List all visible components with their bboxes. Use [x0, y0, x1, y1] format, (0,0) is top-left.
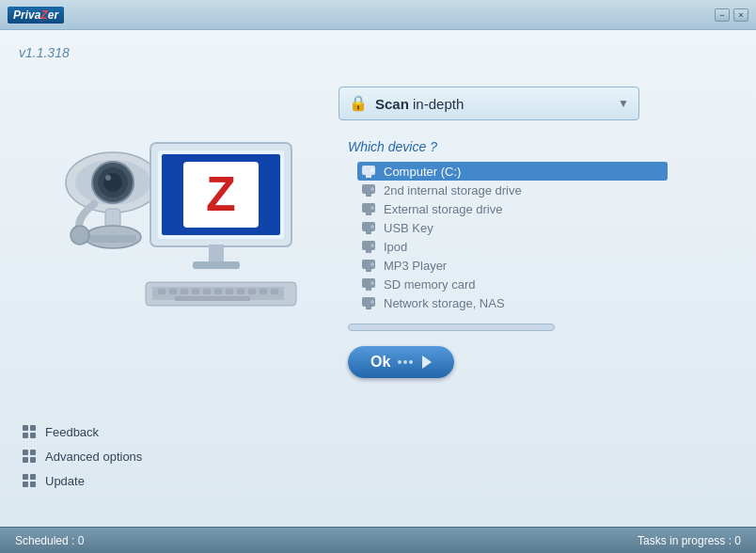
- illustration-area: Z: [28, 105, 291, 369]
- status-bar: Scheduled : 0 Tasks in progress : 0: [0, 527, 756, 553]
- svg-rect-23: [203, 289, 211, 294]
- svg-text:Z: Z: [206, 166, 236, 221]
- svg-rect-27: [248, 289, 256, 294]
- device-item[interactable]: External storage drive: [357, 199, 668, 218]
- menu-item-advanced-options[interactable]: Advanced options: [15, 444, 148, 468]
- svg-rect-16: [193, 261, 240, 269]
- svg-rect-8: [89, 235, 136, 243]
- title-bar-left: PrivaZer: [8, 7, 64, 24]
- scan-dropdown-container: 🔒 Scan in-depth ▼: [339, 87, 668, 120]
- ok-button[interactable]: Ok: [348, 346, 454, 378]
- svg-rect-24: [214, 289, 222, 294]
- drive-icon: [361, 258, 376, 273]
- grid-pattern-icon: [23, 425, 36, 438]
- bottom-menu: FeedbackAdvanced optionsUpdate: [15, 419, 148, 493]
- svg-point-42: [370, 225, 374, 229]
- device-label: External storage drive: [384, 202, 502, 216]
- menu-item-label: Update: [45, 474, 85, 488]
- progress-bar-track: [348, 324, 555, 331]
- grid-pattern-icon: [23, 450, 36, 463]
- scheduled-status: Scheduled : 0: [15, 534, 84, 547]
- device-label: MP3 Player: [384, 259, 447, 273]
- svg-rect-47: [366, 269, 371, 272]
- progress-area: [339, 324, 668, 331]
- scan-dropdown[interactable]: 🔒 Scan in-depth ▼: [339, 87, 639, 120]
- svg-rect-15: [209, 245, 224, 263]
- title-bar: PrivaZer − ×: [0, 0, 756, 30]
- device-list: Computer (C:)2nd internal storage driveE…: [348, 162, 668, 312]
- scan-label: Scan in-depth: [375, 96, 618, 112]
- svg-point-54: [370, 300, 374, 304]
- right-panel: 🔒 Scan in-depth ▼ Which device ? Compute…: [339, 87, 668, 378]
- close-button[interactable]: ×: [733, 8, 748, 22]
- device-item[interactable]: 2nd internal storage drive: [357, 181, 668, 199]
- svg-rect-41: [366, 231, 371, 234]
- ok-button-label: Ok: [370, 354, 390, 371]
- menu-grid-icon: [21, 448, 38, 465]
- device-label: Computer (C:): [384, 165, 461, 179]
- svg-point-45: [370, 244, 374, 247]
- main-content: v1.1.318: [0, 30, 756, 527]
- menu-grid-icon: [21, 423, 38, 440]
- svg-rect-26: [237, 289, 244, 294]
- menu-grid-icon: [21, 472, 38, 489]
- svg-rect-32: [366, 175, 371, 178]
- device-label: SD memory card: [384, 277, 476, 292]
- svg-rect-50: [366, 288, 371, 291]
- svg-rect-21: [181, 289, 188, 294]
- which-device-section: Which device ? Computer (C:)2nd internal…: [339, 139, 668, 312]
- svg-point-48: [370, 262, 374, 266]
- svg-point-51: [370, 281, 374, 285]
- drive-icon: [361, 295, 376, 310]
- which-device-label: Which device ?: [348, 139, 668, 154]
- drive-icon: [361, 220, 376, 235]
- menu-item-update[interactable]: Update: [15, 468, 148, 493]
- svg-rect-22: [192, 289, 199, 294]
- menu-item-feedback[interactable]: Feedback: [15, 419, 148, 444]
- svg-rect-19: [158, 289, 165, 294]
- ok-button-decoration: [398, 360, 413, 364]
- ok-button-container: Ok: [339, 346, 668, 378]
- device-item[interactable]: USB Key: [357, 218, 668, 237]
- svg-point-9: [71, 226, 89, 245]
- device-label: USB Key: [384, 221, 433, 235]
- drive-icon: [361, 164, 376, 179]
- tasks-status: Tasks in progress : 0: [638, 534, 741, 547]
- svg-point-36: [370, 187, 374, 191]
- computer-icon: Z: [141, 134, 310, 322]
- device-item[interactable]: MP3 Player: [357, 256, 668, 275]
- menu-item-label: Advanced options: [45, 450, 142, 464]
- minimize-button[interactable]: −: [715, 8, 730, 22]
- svg-rect-44: [366, 250, 371, 253]
- device-label: Ipod: [384, 240, 407, 254]
- svg-point-33: [370, 168, 374, 172]
- svg-point-39: [370, 206, 374, 210]
- grid-pattern-icon: [23, 474, 36, 487]
- svg-rect-35: [366, 194, 371, 197]
- svg-rect-30: [175, 296, 250, 301]
- svg-rect-53: [366, 307, 371, 309]
- svg-rect-20: [169, 289, 177, 294]
- device-item[interactable]: Computer (C:): [357, 162, 668, 181]
- drive-icon: [361, 182, 376, 198]
- menu-item-label: Feedback: [45, 425, 99, 439]
- device-label: 2nd internal storage drive: [384, 183, 522, 198]
- dropdown-arrow-icon: ▼: [618, 97, 629, 110]
- svg-rect-28: [260, 289, 267, 294]
- drive-icon: [361, 276, 376, 292]
- app-logo: PrivaZer: [8, 7, 64, 24]
- svg-point-5: [105, 175, 111, 181]
- scan-icon: 🔒: [349, 94, 368, 113]
- device-item[interactable]: Network storage, NAS: [357, 293, 668, 312]
- title-controls: − ×: [715, 8, 748, 22]
- version-label: v1.1.318: [19, 45, 70, 60]
- device-item[interactable]: Ipod: [357, 237, 668, 256]
- ok-play-icon: [422, 356, 432, 369]
- device-item[interactable]: SD memory card: [357, 275, 668, 293]
- svg-rect-38: [366, 213, 371, 215]
- drive-icon: [361, 239, 376, 254]
- svg-rect-25: [226, 289, 233, 294]
- drive-icon: [361, 201, 376, 216]
- device-label: Network storage, NAS: [384, 296, 505, 310]
- svg-rect-29: [271, 289, 278, 294]
